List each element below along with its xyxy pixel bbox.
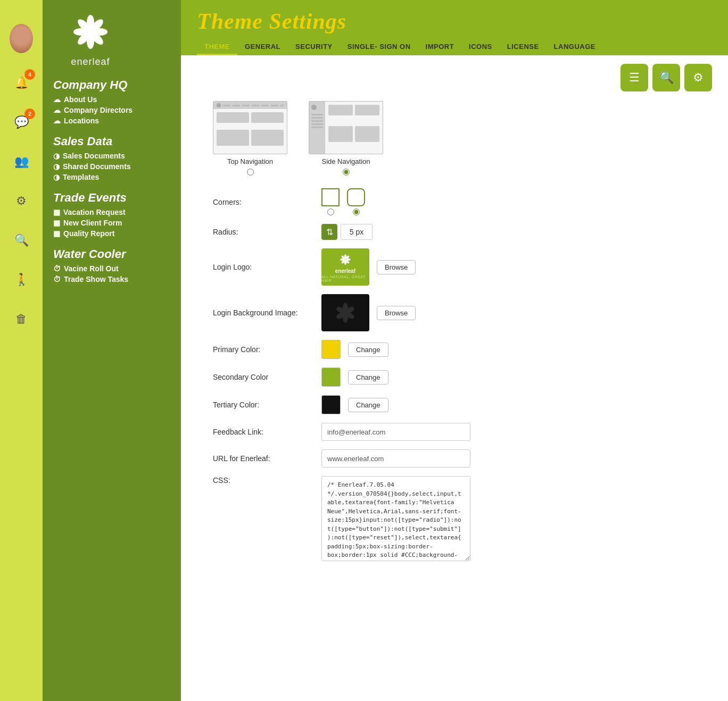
tab-general[interactable]: GENERAL <box>237 39 288 55</box>
sidebar-content: Company HQ ☁About Us ☁Company Directors … <box>43 73 138 690</box>
nav-item-vaccine-rollout[interactable]: ⏱Vacine Roll Out <box>53 264 133 273</box>
nav-item-new-client-form[interactable]: ▦New Client Form <box>53 219 133 227</box>
search-button[interactable]: 🔍 <box>652 64 680 91</box>
css-textarea[interactable]: /* Enerleaf.7.05.04 */.version_070504{}b… <box>321 476 470 561</box>
nav-item-vacation-request[interactable]: ▦Vacation Request <box>53 208 133 216</box>
nav-dot <box>217 103 221 107</box>
login-logo-preview: enerleaf ALL NATURAL, GREAT HAIR <box>321 248 369 286</box>
nav-item-company-directors[interactable]: ☁Company Directors <box>53 106 133 114</box>
section-title-company-hq: Company HQ <box>53 78 133 92</box>
sidebar-icon-strip: 🔔 4 💬 2 👥 ⚙ 🔍 🚶 🗑 <box>0 0 43 701</box>
page-header: Theme Settings THEME GENERAL SECURITY SI… <box>181 0 728 55</box>
top-nav-preview <box>213 101 287 154</box>
css-row: CSS: /* Enerleaf.7.05.04 */.version_0705… <box>213 476 696 561</box>
nav-section-water-cooler: Water Cooler ⏱Vacine Roll Out ⏱Trade Sho… <box>53 247 133 283</box>
secondary-color-swatch[interactable] <box>321 368 341 387</box>
primary-color-row: Primary Color: Change <box>213 340 696 359</box>
css-label: CSS: <box>213 476 314 485</box>
bg-preview-icon <box>329 299 361 326</box>
preview-block <box>217 112 249 123</box>
secondary-color-row: Secondary Color Change <box>213 368 696 387</box>
radius-label: Radius: <box>213 228 314 236</box>
sharp-corner-option <box>321 188 340 215</box>
secondary-color-label: Secondary Color <box>213 373 314 381</box>
chat-icon[interactable]: 💬 2 <box>10 111 33 134</box>
nav-item-locations[interactable]: ☁Locations <box>53 116 133 125</box>
trash-icon[interactable]: 🗑 <box>10 307 33 331</box>
preview-block <box>217 130 249 146</box>
rounded-corner-box <box>347 188 365 206</box>
secondary-color-change-btn[interactable]: Change <box>348 370 388 385</box>
tab-language[interactable]: LANGUAGE <box>547 39 603 55</box>
feedback-link-input[interactable] <box>321 423 470 441</box>
tab-icons[interactable]: ICONS <box>461 39 500 55</box>
nav-section-sales-data: Sales Data ◑Sales Documents ◑Shared Docu… <box>53 135 133 181</box>
preview-block <box>355 105 379 115</box>
nav-type-selector: Top Navigation <box>213 101 696 176</box>
primary-color-swatch[interactable] <box>321 340 341 359</box>
radius-value: 5 px <box>341 224 373 240</box>
toolbar: ☰ 🔍 ⚙ <box>181 55 728 96</box>
login-bg-browse-btn[interactable]: Browse <box>377 306 416 320</box>
bell-icon[interactable]: 🔔 4 <box>10 71 33 95</box>
section-title-trade-events: Trade Events <box>53 191 133 205</box>
login-bg-preview <box>321 294 369 331</box>
avatar[interactable] <box>10 27 33 50</box>
preview-block <box>355 126 379 142</box>
sharp-corner-radio[interactable] <box>327 208 334 215</box>
tab-license[interactable]: LICENSE <box>500 39 547 55</box>
preview-block <box>328 105 353 115</box>
tab-import[interactable]: IMPORT <box>418 39 462 55</box>
radius-row: Radius: ⇅ 5 px <box>213 224 696 240</box>
side-nav-label: Side Navigation <box>321 157 370 165</box>
nav-item-about-us[interactable]: ☁About Us <box>53 95 133 104</box>
tab-sso[interactable]: SINGLE- SIGN ON <box>340 39 418 55</box>
side-nav-line <box>311 114 323 115</box>
tertiary-color-row: Tertiary Color: Change <box>213 395 696 414</box>
radius-spinner-btn[interactable]: ⇅ <box>321 224 337 240</box>
top-nav-label: Top Navigation <box>227 157 273 165</box>
nav-item-sales-documents[interactable]: ◑Sales Documents <box>53 152 133 160</box>
side-nav-radio[interactable] <box>343 169 350 176</box>
tertiary-color-change-btn[interactable]: Change <box>348 398 388 412</box>
tab-theme[interactable]: THEME <box>197 39 237 55</box>
top-nav-radio[interactable] <box>247 169 254 176</box>
search-icon[interactable]: 🔍 <box>10 229 33 252</box>
nav-section-trade-events: Trade Events ▦Vacation Request ▦New Clie… <box>53 191 133 238</box>
tertiary-color-label: Tertiary Color: <box>213 400 314 409</box>
corners-options <box>321 188 365 215</box>
person-icon[interactable]: 🚶 <box>10 268 33 291</box>
rounded-corner-radio[interactable] <box>353 208 360 215</box>
tab-security[interactable]: SECURITY <box>288 39 340 55</box>
section-title-sales-data: Sales Data <box>53 135 133 148</box>
sharp-corner-box <box>321 188 340 206</box>
nav-item-shared-documents[interactable]: ◑Shared Documents <box>53 162 133 171</box>
brand-name: enerleaf <box>71 56 110 68</box>
radius-input-wrap: ⇅ 5 px <box>321 224 373 240</box>
primary-color-change-btn[interactable]: Change <box>348 343 388 357</box>
top-nav-radio-row <box>247 169 254 176</box>
url-input[interactable] <box>321 449 470 468</box>
feedback-link-row: Feedback Link: <box>213 423 696 441</box>
corners-row: Corners: <box>213 188 696 215</box>
login-logo-row: Login Logo: ene <box>213 248 696 286</box>
login-bg-row: Login Background Image: Browse <box>213 294 696 331</box>
nav-item-templates[interactable]: ◑Templates <box>53 173 133 181</box>
side-nav-body <box>325 102 383 154</box>
side-nav-line <box>311 123 323 125</box>
menu-button[interactable]: ☰ <box>621 64 648 91</box>
login-logo-label: Login Logo: <box>213 263 314 271</box>
gear-icon[interactable]: ⚙ <box>10 189 33 213</box>
top-nav-card: Top Navigation <box>213 101 287 176</box>
settings-button[interactable]: ⚙ <box>684 64 712 91</box>
rounded-corner-option <box>347 188 365 215</box>
login-bg-label: Login Background Image: <box>213 308 314 317</box>
nav-item-trade-show-tasks[interactable]: ⏱Trade Show Tasks <box>53 275 133 283</box>
login-logo-browse-btn[interactable]: Browse <box>377 260 416 274</box>
nav-item-quality-report[interactable]: ▦Quality Report <box>53 229 133 238</box>
tabs-bar: THEME GENERAL SECURITY SINGLE- SIGN ON I… <box>197 39 712 55</box>
logo-text: enerleaf <box>335 268 355 274</box>
users-icon[interactable]: 👥 <box>10 150 33 173</box>
side-nav-dot <box>311 105 317 110</box>
tertiary-color-swatch[interactable] <box>321 395 341 414</box>
